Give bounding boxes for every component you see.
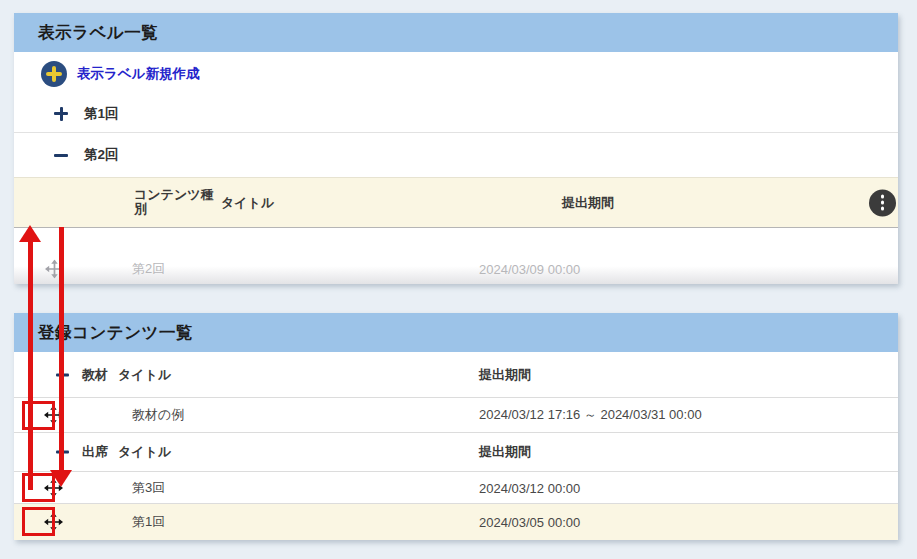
label-group-row-2[interactable]: 第2回 — [14, 133, 898, 177]
column-header-period: 提出期間 — [479, 366, 531, 384]
collapse-minus-icon[interactable] — [56, 368, 69, 381]
label-group-name: 第2回 — [84, 146, 119, 164]
expand-plus-icon[interactable] — [54, 107, 68, 121]
section-type-label: 教材 — [82, 366, 108, 384]
page: 表示ラベル一覧 表示ラベル新規作成 第1回 第2回 コンテンツ種別 タイトル 提… — [0, 0, 917, 559]
column-header-title: タイトル — [221, 194, 274, 212]
content-row-material-example: 教材の例 2024/03/12 17:16 ～ 2024/03/31 00:00 — [14, 398, 898, 433]
new-label-button[interactable]: 表示ラベル新規作成 — [14, 52, 898, 95]
content-period: 2024/03/05 00:00 — [479, 515, 580, 530]
label-group-row-1[interactable]: 第1回 — [14, 95, 898, 133]
collapse-minus-icon[interactable] — [56, 446, 69, 459]
ghost-row-title: 第2回 — [132, 260, 165, 278]
content-title: 第3回 — [132, 479, 165, 497]
column-header-period: 提出期間 — [479, 443, 531, 461]
move-handle-icon[interactable] — [44, 406, 63, 425]
label-table-header-row: コンテンツ種別 タイトル 提出期間 — [14, 177, 898, 228]
dragged-ghost-row[interactable]: 第2回 2024/03/09 00:00 — [14, 253, 898, 284]
move-handle-icon[interactable] — [44, 513, 63, 532]
registered-content-title: 登録コンテンツ一覧 — [14, 322, 193, 344]
column-header-period: 提出期間 — [562, 194, 614, 212]
content-row-session1: 第1回 2024/03/05 00:00 — [14, 504, 898, 540]
move-handle-icon[interactable] — [44, 478, 63, 497]
ghost-row-period: 2024/03/09 00:00 — [479, 261, 580, 276]
content-period: 2024/03/12 00:00 — [479, 480, 580, 495]
label-group-name: 第1回 — [84, 105, 119, 123]
section-type-label: 出席 — [82, 443, 108, 461]
label-list-panel: 表示ラベル一覧 表示ラベル新規作成 第1回 第2回 コンテンツ種別 タイトル 提… — [14, 13, 898, 284]
column-header-content-type: コンテンツ種別 — [134, 188, 214, 218]
move-handle-icon[interactable] — [45, 259, 64, 278]
registered-content-panel-header: 登録コンテンツ一覧 — [14, 313, 898, 352]
new-label-link[interactable]: 表示ラベル新規作成 — [77, 65, 199, 83]
drop-target-gap — [14, 228, 898, 253]
add-circle-icon — [41, 61, 67, 87]
label-list-panel-header: 表示ラベル一覧 — [14, 13, 898, 52]
options-kebab-menu-button[interactable] — [869, 189, 896, 216]
section-header-materials: 教材 タイトル 提出期間 — [14, 352, 898, 398]
content-row-session3: 第3回 2024/03/12 00:00 — [14, 472, 898, 504]
collapse-minus-icon[interactable] — [54, 148, 68, 162]
section-header-attendance: 出席 タイトル 提出期間 — [14, 433, 898, 472]
column-header-title: タイトル — [118, 366, 171, 384]
content-period: 2024/03/12 17:16 ～ 2024/03/31 00:00 — [479, 406, 702, 424]
label-list-title: 表示ラベル一覧 — [14, 22, 158, 44]
column-header-title: タイトル — [118, 443, 171, 461]
registered-content-panel: 登録コンテンツ一覧 教材 タイトル 提出期間 教材の例 2024/03/12 1… — [14, 313, 898, 540]
content-title: 第1回 — [132, 513, 165, 531]
content-title: 教材の例 — [132, 406, 184, 424]
